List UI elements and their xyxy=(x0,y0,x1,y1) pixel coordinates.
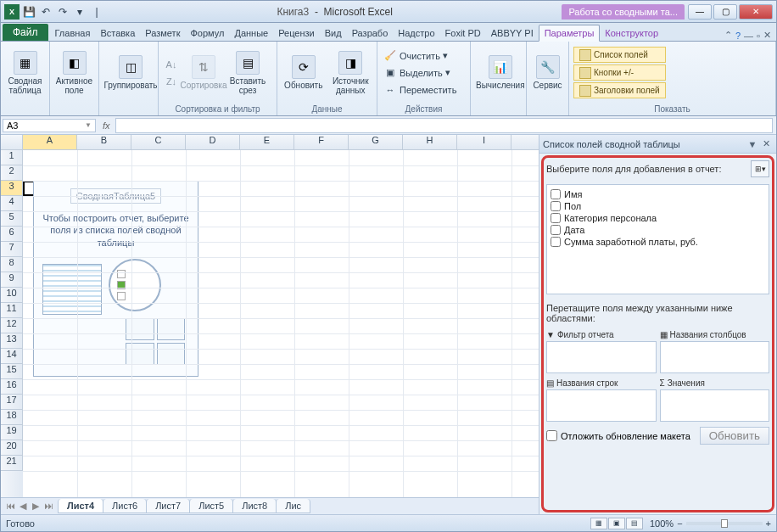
area-columns[interactable]: ▦Названия столбцов xyxy=(660,328,770,373)
col-header[interactable]: D xyxy=(186,135,240,149)
tab-developer[interactable]: Разрабо xyxy=(347,25,394,41)
tab-formulas[interactable]: Формул xyxy=(185,25,229,41)
tab-pivot-options[interactable]: Параметры xyxy=(539,25,601,42)
row-header[interactable]: 18 xyxy=(1,410,23,425)
fieldlist-close-icon[interactable]: ✕ xyxy=(759,138,773,149)
view-pagebreak-button[interactable]: ▤ xyxy=(626,518,643,529)
fieldlist-toggle[interactable]: Список полей xyxy=(573,47,666,63)
select-button[interactable]: ▣Выделить ▾ xyxy=(381,64,459,81)
sort-desc-button[interactable]: Z↓ xyxy=(162,73,181,90)
row-header[interactable]: 7 xyxy=(1,242,23,257)
col-header[interactable]: I xyxy=(457,135,511,149)
field-checkbox[interactable] xyxy=(551,213,561,223)
help-icon[interactable]: ? xyxy=(735,31,741,41)
tab-insert[interactable]: Вставка xyxy=(95,25,140,41)
field-checkbox[interactable] xyxy=(551,189,561,199)
zoom-in-button[interactable]: + xyxy=(766,518,771,529)
col-header[interactable]: F xyxy=(294,135,349,149)
minimize-button[interactable]: — xyxy=(688,4,712,20)
tab-addins[interactable]: Надстро xyxy=(393,25,439,41)
tab-review[interactable]: Рецензи xyxy=(273,25,320,41)
zoom-out-button[interactable]: − xyxy=(677,518,682,529)
tab-abbyy[interactable]: ABBYY PI xyxy=(486,25,539,41)
mdi-min-icon[interactable]: — xyxy=(744,31,753,41)
field-checkbox[interactable] xyxy=(551,225,561,235)
sort-asc-button[interactable]: A↓ xyxy=(162,56,181,73)
area-rows[interactable]: ▤Названия строк xyxy=(546,377,657,422)
close-button[interactable]: ✕ xyxy=(739,4,773,20)
tab-layout[interactable]: Разметк xyxy=(140,25,185,41)
active-field-button[interactable]: ◧Активное поле xyxy=(53,49,95,97)
col-header[interactable]: B xyxy=(77,135,131,149)
maximize-button[interactable]: ▢ xyxy=(713,4,737,20)
field-item[interactable]: Категория персонала xyxy=(551,212,765,224)
row-header[interactable]: 9 xyxy=(1,272,23,288)
group-button[interactable]: ◫Группировать xyxy=(103,53,159,92)
qat-more-icon[interactable]: ▾ xyxy=(72,4,87,20)
row-header[interactable]: 16 xyxy=(1,379,23,395)
row-header[interactable]: 11 xyxy=(1,303,23,318)
formula-bar[interactable] xyxy=(115,118,773,133)
update-button[interactable]: Обновить xyxy=(700,427,769,445)
sheet-nav[interactable]: ⏮◀▶⏭ xyxy=(1,501,58,512)
col-header[interactable]: E xyxy=(240,135,294,149)
mdi-restore-icon[interactable]: ▫ xyxy=(757,31,760,41)
field-item[interactable]: Имя xyxy=(551,188,765,200)
row-header[interactable]: 20 xyxy=(1,440,23,456)
area-filter[interactable]: ▼Фильтр отчета xyxy=(546,328,657,373)
file-tab[interactable]: Файл xyxy=(3,24,48,41)
sheet-tab[interactable]: Лист6 xyxy=(103,499,147,513)
fx-icon[interactable]: fx xyxy=(98,120,115,131)
refresh-button[interactable]: ⟳Обновить xyxy=(281,53,327,92)
col-header[interactable]: C xyxy=(131,135,186,149)
defer-checkbox[interactable] xyxy=(546,430,557,441)
field-checkbox[interactable] xyxy=(551,237,561,247)
row-header[interactable]: 17 xyxy=(1,395,23,410)
row-header[interactable]: 1 xyxy=(1,150,23,165)
row-header[interactable]: 4 xyxy=(1,196,23,211)
field-item[interactable]: Сумма заработной платы, руб. xyxy=(551,236,765,248)
area-values[interactable]: ΣЗначения xyxy=(660,377,770,422)
headers-toggle[interactable]: Заголовки полей xyxy=(573,82,666,98)
field-item[interactable]: Дата xyxy=(551,224,765,236)
row-header[interactable]: 10 xyxy=(1,288,23,303)
move-button[interactable]: ↔Переместить xyxy=(381,81,459,98)
row-header[interactable]: 8 xyxy=(1,257,23,272)
col-header[interactable]: G xyxy=(349,135,403,149)
tab-foxit[interactable]: Foxit PD xyxy=(440,25,486,41)
row-header[interactable]: 15 xyxy=(1,364,23,379)
save-icon[interactable]: 💾 xyxy=(21,4,36,20)
sheet-tab[interactable]: Лист4 xyxy=(58,499,103,513)
undo-icon[interactable]: ↶ xyxy=(38,4,53,20)
tab-home[interactable]: Главная xyxy=(50,25,96,41)
sheet-tab[interactable]: Лис xyxy=(276,499,310,513)
sheet-tab[interactable]: Лист7 xyxy=(146,499,190,513)
tab-view[interactable]: Вид xyxy=(320,25,347,41)
buttons-toggle[interactable]: Кнопки +/- xyxy=(573,64,666,81)
row-header[interactable]: 5 xyxy=(1,211,23,227)
clear-button[interactable]: 🧹Очистить ▾ xyxy=(381,48,459,64)
name-box[interactable]: A3▼ xyxy=(3,119,96,132)
service-button[interactable]: 🔧Сервис xyxy=(530,53,565,92)
fieldlist-dropdown-icon[interactable]: ▼ xyxy=(746,139,759,149)
minimize-ribbon-icon[interactable]: ⌃ xyxy=(724,30,732,41)
sheet-tab[interactable]: Лист8 xyxy=(232,499,277,513)
zoom-level[interactable]: 100% xyxy=(650,518,674,529)
mdi-close-icon[interactable]: ✕ xyxy=(763,30,771,41)
view-normal-button[interactable]: ▦ xyxy=(590,518,607,529)
calculations-button[interactable]: 📊Вычисления xyxy=(474,53,527,92)
zoom-slider[interactable] xyxy=(686,522,763,525)
field-item[interactable]: Пол xyxy=(551,200,765,212)
field-checkbox[interactable] xyxy=(551,201,561,211)
redo-icon[interactable]: ↷ xyxy=(55,4,70,20)
fieldlist-layout-button[interactable]: ⊞▾ xyxy=(751,160,769,177)
row-header[interactable]: 13 xyxy=(1,333,23,349)
tab-data[interactable]: Данные xyxy=(229,25,273,41)
excel-icon[interactable]: X xyxy=(4,4,20,20)
row-header[interactable]: 6 xyxy=(1,227,23,242)
row-header[interactable]: 12 xyxy=(1,318,23,333)
row-header[interactable]: 21 xyxy=(1,456,23,471)
col-header[interactable]: H xyxy=(403,135,457,149)
col-header[interactable]: A xyxy=(23,135,77,149)
datasource-button[interactable]: ◨Источник данных xyxy=(328,49,374,97)
